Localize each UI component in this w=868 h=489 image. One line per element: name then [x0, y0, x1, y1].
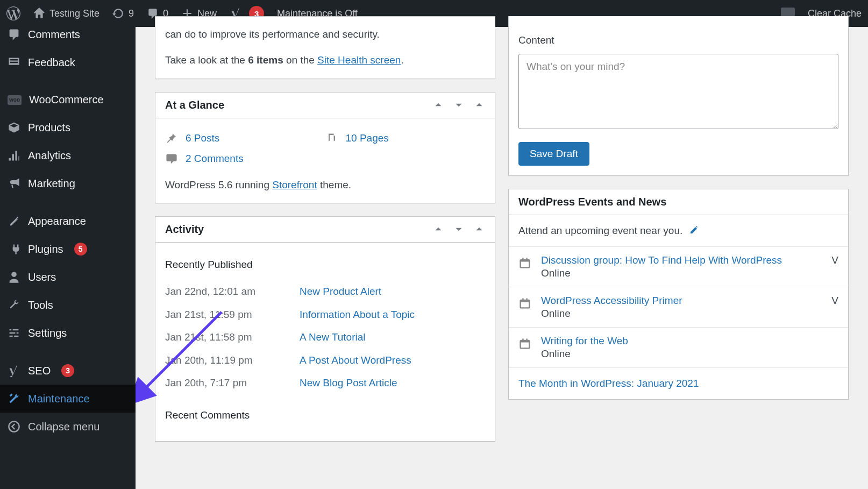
toggle-icon[interactable] [473, 223, 485, 235]
recent-post-row: Jan 22nd, 12:01 amNew Product Alert [165, 280, 485, 303]
recent-post-link[interactable]: A Post About WordPress [300, 352, 411, 368]
sidebar-item-plugins[interactable]: Plugins 5 [0, 235, 136, 263]
move-down-icon[interactable] [453, 99, 465, 111]
sidebar-label: Plugins [28, 243, 63, 256]
yoast-icon [8, 364, 20, 377]
sidebar-item-woocommerce[interactable]: woo WooCommerce [0, 86, 136, 114]
glance-posts-link[interactable]: 6 Posts [186, 130, 219, 146]
events-title: WordPress Events and News [518, 196, 838, 208]
recently-published-heading: Recently Published [165, 257, 485, 273]
move-down-icon[interactable] [453, 223, 465, 235]
glance-comments-link[interactable]: 2 Comments [186, 151, 244, 167]
sidebar-item-comments[interactable]: Comments [0, 27, 136, 48]
event-link[interactable]: Writing for the Web [541, 335, 838, 347]
updates-count: 9 [129, 8, 134, 19]
events-intro: Attend an upcoming event near you. [509, 215, 848, 246]
sidebar-item-analytics[interactable]: Analytics [0, 141, 136, 169]
sidebar-label: Users [28, 271, 56, 284]
sidebar-label: WooCommerce [29, 94, 104, 106]
sidebar-label: Appearance [28, 215, 86, 228]
updates-menu[interactable]: 9 [106, 0, 140, 27]
toggle-icon[interactable] [473, 99, 485, 111]
feedback-icon [8, 56, 20, 69]
sidebar-item-feedback[interactable]: Feedback [0, 48, 136, 76]
recent-date: Jan 20th, 7:17 pm [165, 375, 300, 391]
sidebar-item-maintenance[interactable]: Maintenance [0, 385, 136, 413]
seo-badge: 3 [61, 364, 74, 377]
event-location: Online [541, 348, 838, 360]
glance-footer: WordPress 5.6 running Storefront theme. [165, 169, 485, 193]
sidebar-label: Analytics [28, 150, 71, 162]
glance-pages[interactable]: 10 Pages [325, 128, 486, 148]
svg-point-0 [9, 421, 19, 431]
theme-link[interactable]: Storefront [272, 179, 317, 190]
plugins-badge: 5 [74, 243, 87, 256]
glance-comments[interactable]: 2 Comments [165, 148, 325, 169]
event-letter: V [831, 254, 838, 266]
sidebar-item-seo[interactable]: SEO 3 [0, 357, 136, 385]
recent-date: Jan 22nd, 12:01 am [165, 284, 300, 300]
events-box: WordPress Events and News Attend an upco… [508, 189, 849, 400]
products-icon [8, 121, 20, 134]
wrench-icon [8, 299, 20, 311]
wp-logo-menu[interactable] [0, 0, 27, 27]
sidebar-item-tools[interactable]: Tools [0, 291, 136, 319]
recent-post-link[interactable]: Information About a Topic [300, 307, 415, 323]
analytics-icon [8, 149, 20, 162]
activity-box: Activity Recently Published Jan 22nd, 12… [155, 216, 495, 442]
quick-draft-box: Content Save Draft [508, 16, 849, 176]
recent-post-row: Jan 21st, 11:58 pmA New Tutorial [165, 326, 485, 349]
sidebar-label: Collapse menu [28, 421, 99, 433]
sidebar-label: Comments [28, 29, 80, 41]
recent-date: Jan 21st, 11:58 pm [165, 329, 300, 345]
site-health-link[interactable]: Site Health screen [317, 54, 401, 66]
user-icon [8, 271, 20, 284]
sidebar-item-products[interactable]: Products [0, 114, 136, 141]
event-row: WordPress Accessibility PrimerOnlineV [509, 287, 848, 327]
glance-pages-link[interactable]: 10 Pages [346, 130, 389, 146]
sidebar-label: Tools [28, 299, 53, 311]
sidebar-collapse[interactable]: Collapse menu [0, 413, 136, 441]
recent-comments-heading: Recent Comments [165, 407, 485, 423]
recent-date: Jan 21st, 11:59 pm [165, 307, 300, 323]
pencil-icon[interactable] [688, 225, 699, 236]
site-name-menu[interactable]: Testing Site [27, 0, 106, 27]
save-draft-button[interactable]: Save Draft [518, 142, 589, 166]
home-icon [33, 8, 45, 19]
sidebar-item-marketing[interactable]: Marketing [0, 169, 136, 197]
admin-sidebar: Comments Feedback woo WooCommerce Produc… [0, 27, 136, 489]
plugin-icon [8, 243, 20, 256]
sidebar-item-users[interactable]: Users [0, 263, 136, 291]
woocommerce-icon: woo [8, 95, 22, 105]
site-health-text-b: Take a look at the 6 items on the Site H… [165, 52, 485, 68]
event-link[interactable]: WordPress Accessibility Primer [541, 295, 822, 307]
comment-icon [165, 152, 178, 165]
content-label: Content [518, 32, 838, 48]
move-up-icon[interactable] [432, 99, 444, 111]
calendar-icon [518, 297, 531, 310]
news-link[interactable]: The Month in WordPress: January 2021 [509, 367, 848, 399]
glance-posts[interactable]: 6 Posts [165, 128, 325, 148]
sidebar-label: Maintenance [28, 393, 90, 405]
sidebar-label: Settings [28, 327, 67, 339]
event-location: Online [541, 308, 822, 320]
comment-icon [8, 28, 20, 41]
pages-icon [325, 132, 338, 145]
move-up-icon[interactable] [432, 223, 444, 235]
dashboard-main: can do to improve its performance and se… [136, 27, 868, 489]
wordpress-logo-icon [6, 6, 20, 20]
recent-post-link[interactable]: A New Tutorial [300, 329, 366, 345]
quick-draft-content[interactable] [518, 54, 838, 129]
recent-post-link[interactable]: New Blog Post Article [300, 375, 397, 391]
recent-post-link[interactable]: New Product Alert [300, 284, 381, 300]
sidebar-item-appearance[interactable]: Appearance [0, 207, 136, 235]
brush-icon [8, 215, 20, 228]
sidebar-item-settings[interactable]: Settings [0, 319, 136, 347]
sidebar-label: Products [28, 122, 70, 134]
event-link[interactable]: Discussion group: How To Find Help With … [541, 254, 822, 266]
recent-post-row: Jan 21st, 11:59 pmInformation About a To… [165, 303, 485, 326]
recent-post-row: Jan 20th, 7:17 pmNew Blog Post Article [165, 372, 485, 394]
sidebar-label: SEO [28, 365, 51, 377]
at-a-glance-box: At a Glance 6 Posts 10 Pages [155, 92, 495, 203]
event-row: Discussion group: How To Find Help With … [509, 246, 848, 287]
